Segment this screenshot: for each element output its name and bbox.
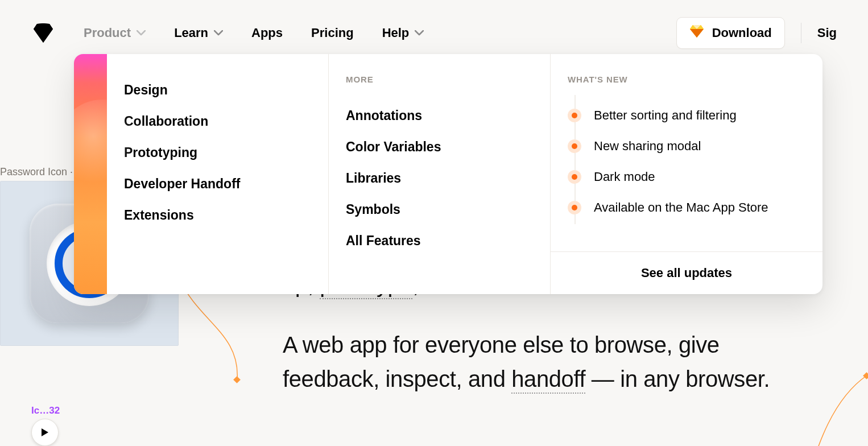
news-item[interactable]: New sharing modal <box>568 131 805 162</box>
svg-rect-0 <box>233 376 241 383</box>
news-item[interactable]: Better sorting and filtering <box>568 100 805 131</box>
mega-menu-column-more: MORE Annotations Color Variables Librari… <box>329 54 551 294</box>
bezier-path-decoration-right <box>800 375 868 446</box>
primary-nav: Product Learn Apps Pricing Help <box>84 26 424 40</box>
news-item[interactable]: Dark mode <box>568 162 805 192</box>
mega-col-heading-more: MORE <box>346 75 533 84</box>
mega-link-prototyping[interactable]: Prototyping <box>124 137 311 168</box>
see-all-updates-link[interactable]: See all updates <box>551 251 822 294</box>
hero-p2-post: — in any browser. <box>585 366 770 391</box>
mega-link-all-features[interactable]: All Features <box>346 225 533 257</box>
mega-menu-accent-stripe <box>74 54 107 294</box>
artboard-mini-label: Ic…32 <box>31 405 60 416</box>
nav-item-help[interactable]: Help <box>382 26 424 40</box>
header-actions: Download Sig <box>676 17 837 49</box>
chevron-down-icon <box>415 30 424 36</box>
mega-link-annotations[interactable]: Annotations <box>346 100 533 131</box>
chevron-down-icon <box>214 30 223 36</box>
mega-link-developer-handoff[interactable]: Developer Handoff <box>124 168 311 200</box>
news-item[interactable]: Available on the Mac App Store <box>568 192 805 223</box>
nav-label-learn: Learn <box>174 26 208 40</box>
signin-link[interactable]: Sig <box>817 26 837 40</box>
timeline-dot-icon <box>568 170 581 184</box>
news-label: New sharing modal <box>594 139 701 154</box>
timeline-dot-icon <box>568 109 581 122</box>
download-label: Download <box>712 26 772 40</box>
mega-link-color-variables[interactable]: Color Variables <box>346 131 533 163</box>
mega-menu-column-primary: Design Collaboration Prototyping Develop… <box>107 54 329 294</box>
mega-link-extensions[interactable]: Extensions <box>124 200 311 231</box>
nav-label-pricing: Pricing <box>311 26 354 40</box>
logo-icon[interactable] <box>31 22 55 44</box>
svg-rect-1 <box>863 372 868 379</box>
site-header: Product Learn Apps Pricing Help <box>0 0 868 66</box>
nav-item-pricing[interactable]: Pricing <box>311 26 354 40</box>
news-label: Better sorting and filtering <box>594 108 737 123</box>
nav-label-product: Product <box>84 26 131 40</box>
news-label: Dark mode <box>594 170 655 184</box>
mega-link-design[interactable]: Design <box>124 75 311 106</box>
nav-item-product[interactable]: Product <box>84 26 146 40</box>
mega-menu-column-news: WHAT'S NEW Better sorting and filtering … <box>551 54 822 294</box>
mega-link-collaboration[interactable]: Collaboration <box>124 106 311 137</box>
play-button[interactable] <box>31 419 59 446</box>
bezier-path-decoration <box>177 277 240 446</box>
nav-item-apps[interactable]: Apps <box>251 26 283 40</box>
mega-col-heading-new: WHAT'S NEW <box>568 75 805 84</box>
chevron-down-icon <box>137 30 146 36</box>
mega-link-symbols[interactable]: Symbols <box>346 194 533 225</box>
timeline-dot-icon <box>568 139 581 153</box>
nav-label-apps: Apps <box>251 26 283 40</box>
product-mega-menu: Design Collaboration Prototyping Develop… <box>74 54 822 294</box>
download-button[interactable]: Download <box>676 17 785 49</box>
timeline-dot-icon <box>568 201 581 214</box>
vertical-divider <box>801 23 801 43</box>
nav-label-help: Help <box>382 26 410 40</box>
hero-p2-pre: A web app for everyone else to browse, g… <box>283 332 720 391</box>
news-label: Available on the Mac App Store <box>594 200 768 215</box>
nav-item-learn[interactable]: Learn <box>174 26 223 40</box>
mega-link-libraries[interactable]: Libraries <box>346 163 533 194</box>
sketch-diamond-icon <box>689 24 704 42</box>
hero-p2-underlined: handoff <box>511 366 585 394</box>
